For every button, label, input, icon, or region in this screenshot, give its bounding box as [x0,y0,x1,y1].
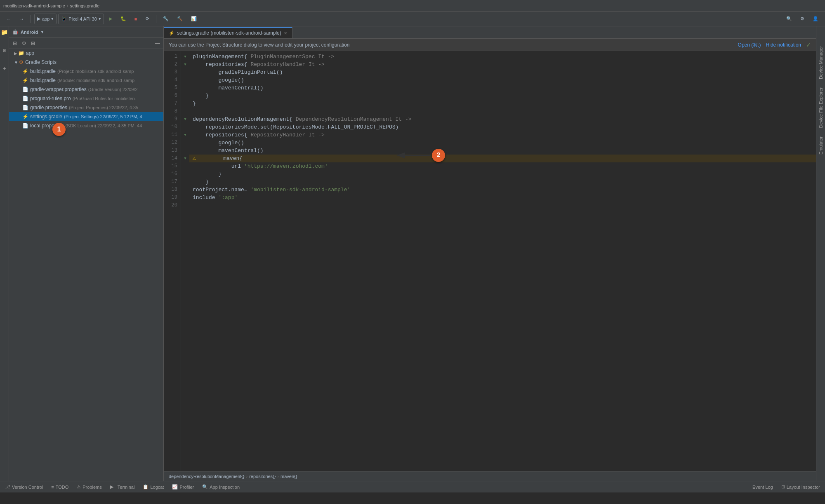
add-icon[interactable]: + [0,64,9,73]
ln-18: 18 [164,186,181,194]
build-button[interactable]: 🔨 [174,14,186,24]
ln-2: 2 [164,61,181,68]
gradle-scripts-icon: ⚙ [19,59,24,65]
app-dropdown-arrow: ▾ [51,16,54,21]
forward-button[interactable]: → [16,14,27,24]
panel-header: 🤖 Android ▾ [9,26,163,38]
todo-btn[interactable]: ≡ TODO [50,481,70,492]
breadcrumb-item-1[interactable]: dependencyResolutionManagement{} [169,474,244,479]
panel-title: Android [21,30,38,35]
emulator-label[interactable]: Emulator [818,133,824,158]
props-icon-1: 📄 [22,87,28,92]
ln-8: 8 [164,108,181,115]
gutter-7 [181,100,189,108]
code-line-10: repositoriesMode.set(RepositoriesMode.FA… [189,123,816,131]
problems-icon: ⚠ [77,484,81,490]
project-icon-btn[interactable]: 📁 [0,28,9,36]
settings-button[interactable]: ⚙ [797,14,808,24]
todo-icon: ≡ [51,485,54,490]
todo-label: TODO [56,485,69,490]
panel-expand-btn[interactable]: ⊞ [29,39,37,47]
code-line-7: } [189,100,816,108]
panel-settings-btn[interactable]: ⚙ [20,39,28,47]
android-icon: 🤖 [12,29,18,35]
debug-button[interactable]: 🐛 [117,14,130,24]
app-dropdown[interactable]: ▶ app ▾ [34,14,57,24]
tab-settings-gradle[interactable]: ⚡ settings.gradle (mobilisten-sdk-androi… [164,27,292,38]
version-control-btn[interactable]: ⎇ Version Control [3,481,45,492]
code-line-1: pluginManagement { PluginManagementSpec … [189,53,816,61]
code-line-13: mavenCentral() [189,147,816,155]
code-editor[interactable]: 1 2 3 4 5 6 7 8 9 10 11 12 13 14 15 16 1… [164,51,816,471]
terminal-label: Terminal [118,485,135,490]
ln-19: 19 [164,194,181,202]
tree-item-local-properties[interactable]: 📄 local.properties (SDK Location) 22/09/… [9,121,163,130]
status-bar: ⎇ Version Control ≡ TODO ⚠ Problems ▶_ T… [0,481,825,492]
back-button[interactable]: ← [3,14,14,24]
gutter-16 [181,170,189,178]
profiler-btn[interactable]: 📈 Profiler [170,481,196,492]
stop-button[interactable]: ■ [131,14,141,24]
profiler-icon: 📈 [172,484,178,490]
ln-12: 12 [164,139,181,147]
right-sidebar: Device Manager Device File Explorer Emul… [816,26,825,481]
annotation-circle-1: 1 [52,123,66,136]
notification-bar: You can use the Project Structure dialog… [164,39,816,51]
logcat-label: Logcat [150,485,164,490]
tab-icon: ⚡ [169,30,174,36]
breadcrumb-bar: dependencyResolutionManagement{} › repos… [164,471,816,481]
code-content[interactable]: pluginManagement { PluginManagementSpec … [189,51,816,471]
code-line-3: gradlePluginPortal() [189,68,816,76]
device-file-explorer-label[interactable]: Device File Explorer [818,84,824,131]
tree-item-gradle-scripts[interactable]: ▼ ⚙ Gradle Scripts [9,58,163,67]
gradle-sync-button[interactable]: 🔧 [160,14,172,24]
search-button[interactable]: 🔍 [783,14,795,24]
notification-hide-link[interactable]: Hide notification [766,42,801,48]
gutter-1[interactable]: ▼ [181,53,189,61]
code-line-14: ⚠ maven { [189,155,816,162]
props-icon-3: 📄 [22,123,28,129]
gutter-11[interactable]: ▼ [181,131,189,139]
gutter-14[interactable]: ▼ [181,155,189,162]
tree-item-gradle-wrapper-props[interactable]: 📄 gradle-wrapper.properties (Gradle Vers… [9,85,163,94]
resource-manager-icon[interactable]: ⊞ [0,46,9,54]
gutter-2[interactable]: ▼ [181,61,189,68]
gutter-9[interactable]: ▼ [181,115,189,123]
logcat-btn[interactable]: 📋 Logcat [141,481,165,492]
tree-content: ▶ 📁 app ▼ ⚙ Gradle Scripts ⚡ build.gradl… [9,49,163,481]
layout-inspector-icon: ⊞ [781,484,785,490]
run-button[interactable]: ▶ [106,14,116,24]
device-icon: 📱 [61,16,67,21]
user-button[interactable]: 👤 [809,14,822,24]
logcat-icon: 📋 [143,484,148,490]
tab-close-btn[interactable]: ✕ [284,31,287,35]
notification-open-link[interactable]: Open (⌘;) [738,42,761,48]
tree-item-build-gradle-module[interactable]: ⚡ build.gradle (Module: mobilisten-sdk-a… [9,76,163,85]
terminal-btn[interactable]: ▶_ Terminal [108,481,137,492]
panel-close-btn[interactable]: — [153,39,162,47]
code-line-5: mavenCentral() [189,84,816,92]
device-manager-label[interactable]: Device Manager [818,43,824,82]
tree-item-proguard-rules[interactable]: 📄 proguard-rules.pro (ProGuard Rules for… [9,94,163,103]
ln-20: 20 [164,202,181,209]
breadcrumb-item-2[interactable]: repositories{} [249,474,276,479]
profile-button[interactable]: 📊 [188,14,200,24]
tree-item-app[interactable]: ▶ 📁 app [9,49,163,58]
app-inspection-btn[interactable]: 🔍 App Inspection [200,481,241,492]
gradle-scripts-label: Gradle Scripts [25,59,57,65]
breadcrumb-item-3[interactable]: maven{} [280,474,297,479]
tree-item-build-gradle-project[interactable]: ⚡ build.gradle (Project: mobilisten-sdk-… [9,67,163,76]
layout-inspector-label: Layout Inspector [787,485,820,490]
gutter-12 [181,139,189,147]
tree-item-gradle-properties[interactable]: 📄 gradle.properties (Project Properties)… [9,103,163,112]
layout-inspector-btn[interactable]: ⊞ Layout Inspector [780,481,822,492]
device-dropdown[interactable]: 📱 Pixel 4 API 30 ▾ [58,14,104,24]
event-log-btn[interactable]: Event Log [751,481,775,492]
sync-button[interactable]: ⟳ [142,14,153,24]
gutter-13 [181,147,189,155]
problems-btn[interactable]: ⚠ Problems [75,481,103,492]
tree-item-settings-gradle[interactable]: ⚡ settings.gradle (Project Settings) 22/… [9,112,163,121]
panel-collapse-btn[interactable]: ⊟ [11,39,19,47]
ln-5: 5 [164,84,181,92]
gutter-3 [181,68,189,76]
